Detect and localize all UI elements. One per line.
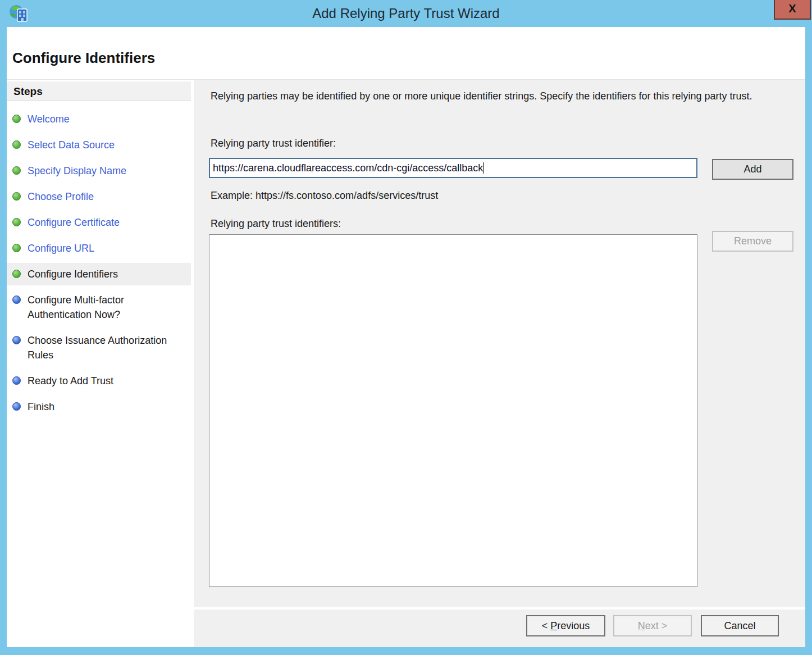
step-bullet-icon xyxy=(12,140,21,149)
sidebar-step-configure-identifiers[interactable]: Configure Identifiers xyxy=(7,263,191,285)
cancel-button[interactable]: Cancel xyxy=(701,615,779,636)
sidebar-step-ready-to-add-trust: Ready to Add Trust xyxy=(7,370,191,392)
add-button[interactable]: Add xyxy=(712,159,793,180)
step-label: Welcome xyxy=(28,112,177,126)
sidebar-step-welcome[interactable]: Welcome xyxy=(7,108,191,130)
steps-list: Welcome Select Data Source Specify Displ… xyxy=(7,101,191,418)
sidebar-step-specify-display-name[interactable]: Specify Display Name xyxy=(7,160,191,182)
step-bullet-icon xyxy=(12,166,21,175)
page-title: Configure Identifiers xyxy=(12,49,805,67)
step-label: Choose Issuance Authorization Rules xyxy=(28,333,177,362)
footer-bar: < Previous Next > Cancel xyxy=(194,607,805,647)
sidebar-step-finish: Finish xyxy=(7,395,191,418)
remove-button: Remove xyxy=(712,231,793,252)
intro-text: Relying parties may be identified by one… xyxy=(211,89,787,104)
sidebar-step-select-data-source[interactable]: Select Data Source xyxy=(7,134,191,156)
steps-sidebar: Steps Welcome Select Data Source Specify… xyxy=(7,80,191,647)
page-header: Configure Identifiers xyxy=(7,27,805,80)
window-title: Add Relying Party Trust Wizard xyxy=(0,6,812,21)
step-bullet-icon xyxy=(12,192,21,201)
sidebar-step-choose-profile[interactable]: Choose Profile xyxy=(7,185,191,208)
next-button: Next > xyxy=(613,615,692,636)
step-label: Choose Profile xyxy=(28,189,177,204)
adfs-wizard-icon xyxy=(9,4,29,23)
step-bullet-icon xyxy=(12,336,21,344)
step-label: Configure URL xyxy=(28,241,177,256)
sidebar-step-choose-issuance-authorization-rules: Choose Issuance Authorization Rules xyxy=(7,329,191,366)
close-button[interactable]: X xyxy=(774,0,811,20)
step-bullet-icon xyxy=(12,402,21,411)
step-bullet-icon xyxy=(12,115,21,123)
previous-button[interactable]: < Previous xyxy=(526,615,605,636)
identifier-label: Relying party trust identifier: xyxy=(211,138,336,149)
step-label: Select Data Source xyxy=(28,138,177,152)
step-bullet-icon xyxy=(12,295,21,304)
title-bar: Add Relying Party Trust Wizard X xyxy=(0,0,812,27)
relying-party-identifiers-listbox[interactable] xyxy=(209,234,697,587)
example-text: Example: https://fs.contoso.com/adfs/ser… xyxy=(211,190,438,202)
wizard-body: Configure Identifiers Steps Welcome Sele… xyxy=(7,27,805,647)
step-label: Specify Display Name xyxy=(28,163,177,178)
identifier-input[interactable]: https://carena.cloudflareaccess.com/cdn-… xyxy=(209,158,697,178)
step-bullet-icon xyxy=(12,218,21,226)
sidebar-step-configure-certificate[interactable]: Configure Certificate xyxy=(7,211,191,234)
step-bullet-icon xyxy=(12,376,21,385)
steps-heading: Steps xyxy=(7,81,191,101)
step-label: Finish xyxy=(28,399,177,414)
identifier-input-value: https://carena.cloudflareaccess.com/cdn-… xyxy=(213,162,483,174)
step-label: Configure Identifiers xyxy=(28,267,177,281)
step-label: Configure Certificate xyxy=(28,215,177,230)
step-bullet-icon xyxy=(12,244,21,252)
sidebar-step-configure-url[interactable]: Configure URL xyxy=(7,237,191,260)
step-label: Ready to Add Trust xyxy=(28,374,177,388)
text-caret xyxy=(483,162,484,174)
sidebar-step-configure-multi-factor-authentication-now: Configure Multi-factor Authentication No… xyxy=(7,289,191,326)
step-bullet-icon xyxy=(12,270,21,278)
identifiers-list-label: Relying party trust identifiers: xyxy=(211,218,341,230)
step-label: Configure Multi-factor Authentication No… xyxy=(28,293,177,322)
content-panel: Relying parties may be identified by one… xyxy=(194,80,805,647)
